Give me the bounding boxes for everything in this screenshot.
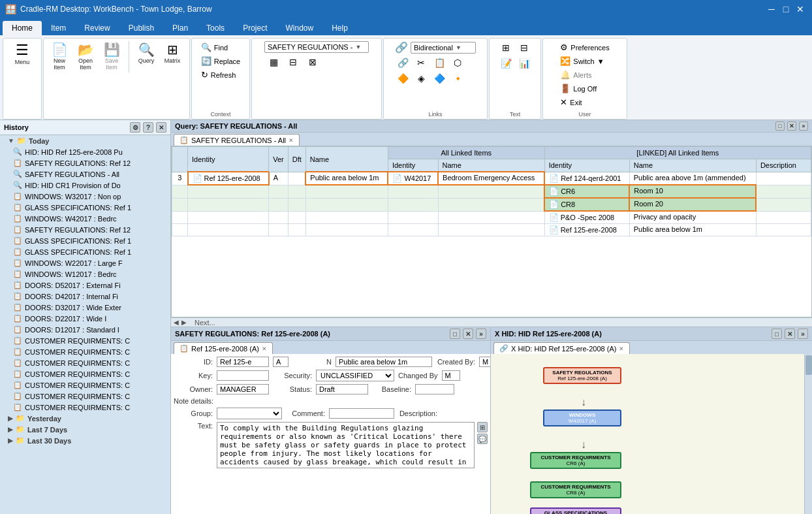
grid-view2-button[interactable]: ⊟ [284,56,302,69]
query-tab-safety[interactable]: 📋 SAFETY REGULATIONS - All ✕ [174,134,300,146]
link-button5[interactable]: 🔶 [395,72,411,85]
link-button4[interactable]: ⬡ [450,56,465,69]
created-by-input[interactable] [479,357,490,367]
sidebar-item-win2[interactable]: 📋 WINDOWS: W42017 : Bedrc [0,213,170,224]
id-field-input[interactable] [217,357,269,367]
safety-regulations-dropdown[interactable]: SAFETY REGULATIONS - ▼ [264,41,369,53]
sidebar-item-safety-all[interactable]: 🔍 SAFETY REGULATIONS - All [0,169,170,180]
table-row-linked4[interactable]: 📄 Ref 125-ere-2008 Public area below 1m [172,224,811,236]
preferences-button[interactable]: ⚙ Preferences [557,41,612,54]
switch-button[interactable]: 🔀 Switch ▼ [557,55,606,67]
xhid-close-button[interactable]: ✕ [785,329,795,339]
scroll-right-icon[interactable]: ▶ [181,319,187,326]
tab-tools[interactable]: Tools [197,21,234,35]
tab-project[interactable]: Project [234,21,276,35]
xhid-maximize-button[interactable]: □ [772,329,782,339]
link-button3[interactable]: 📋 [431,56,447,69]
tab-home[interactable]: Home [3,21,42,35]
tab-plan[interactable]: Plan [163,21,197,35]
sidebar-item-glass2[interactable]: 📋 GLASS SPECIFICATIONS: Ref 1 [0,235,170,246]
text-btn1[interactable]: ⊞ [498,41,514,54]
sidebar-item-door1[interactable]: 📋 DOORS: D52017 : External Fi [0,280,170,291]
sidebar-item-cr2[interactable]: 📋 CUSTOMER REQUIRMENTS: C [0,346,170,357]
detail-expand-button[interactable]: » [476,329,486,339]
ver-field-input[interactable] [273,357,289,367]
owner-input[interactable] [217,384,269,394]
logoff-button[interactable]: 🚪 Log Off [557,82,599,95]
new-item-button[interactable]: 📄 NewItem [48,41,71,72]
detail-maximize-button[interactable]: □ [450,329,460,339]
text-textarea[interactable]: To comply with the Building Regulations … [217,422,475,468]
xhid-expand-button[interactable]: » [798,329,808,339]
baseline-input[interactable] [415,384,454,394]
matrix-button[interactable]: ⊞ Matrix [161,41,184,66]
link-button8[interactable]: 🔸 [450,72,465,85]
xhid-tab-main[interactable]: 🔗 X HID: HID Ref 125-ere-2008 (A) ✕ [493,342,630,354]
sidebar-item-door3[interactable]: 📋 DOORS: D32017 : Wide Exter [0,302,170,313]
sidebar-item-door2[interactable]: 📋 DOORS: D42017 : Internal Fi [0,291,170,302]
next-button[interactable]: Next... [189,317,221,328]
query-expand-button[interactable]: » [799,121,808,131]
bidirectional-dropdown[interactable]: Bidirectional ▼ [411,42,476,54]
node-windows[interactable]: WINDOWS W42017 (A) [543,410,621,426]
open-item-button[interactable]: 📂 OpenItem [74,41,97,72]
xhid-scrollbar-thumb[interactable] [805,355,812,375]
text-btn4[interactable]: 📊 [516,57,532,70]
sidebar-item-cr3[interactable]: 📋 CUSTOMER REQUIRMENTS: C [0,357,170,368]
sidebar-close-button[interactable]: ✕ [156,122,166,133]
table-row-linked1[interactable]: 📄 CR6 Room 10 [172,185,811,198]
node-customer2[interactable]: CUSTOMER REQUIRMENTS CR8 (A) [530,481,621,498]
tab-window[interactable]: Window [276,21,322,35]
sidebar-item-cr5[interactable]: 📋 CUSTOMER REQUIRMENTS: C [0,379,170,391]
tab-help[interactable]: Help [322,21,357,35]
link-remove-button[interactable]: ✂ [413,56,429,69]
query-tab-close-icon[interactable]: ✕ [289,137,294,144]
find-button[interactable]: 🔍 Find [198,41,243,54]
changed-by-input[interactable] [442,370,460,381]
sidebar-help-button[interactable]: ? [143,122,153,133]
sidebar-section-today[interactable]: ▼ 📁 Today [0,135,170,146]
link-add-button[interactable]: 🔗 [395,56,411,69]
maximize-button[interactable]: □ [779,3,792,16]
status-input[interactable] [316,384,368,394]
detail-tab-close-icon[interactable]: ✕ [262,345,267,352]
sidebar-item-safety1[interactable]: 📋 SAFETY REGULATIONS: Ref 12 [0,157,170,169]
refresh-button[interactable]: ↻ Refresh [198,69,243,81]
link-button6[interactable]: ◈ [413,72,429,85]
query-maximize-button[interactable]: □ [775,121,785,131]
tab-publish[interactable]: Publish [119,21,163,35]
detail-tab-main[interactable]: 📋 Ref 125-ere-2008 (A) ✕ [174,342,273,354]
group-select[interactable] [217,408,282,419]
sidebar-item-glass3[interactable]: 📋 GLASS SPECIFICATIONS: Ref 1 [0,246,170,257]
sidebar-item-hid1[interactable]: 🔍 HID: HID Ref 125-ere-2008 Pu [0,146,170,157]
query-close-button[interactable]: ✕ [787,121,796,131]
key-field-input[interactable] [217,370,269,381]
text-btn3[interactable]: 📝 [498,57,514,70]
sidebar-item-win1[interactable]: 📋 WINDOWS: W32017 : Non op [0,191,170,202]
close-button[interactable]: ✕ [794,3,807,16]
sidebar-section-last30[interactable]: ▶ 📁 Last 30 Days [0,435,170,446]
name-field-input[interactable] [336,357,432,367]
alerts-button[interactable]: 🔔 Alerts [557,69,594,81]
exit-button[interactable]: ✕ Exit [557,96,584,108]
minimize-button[interactable]: ─ [765,3,778,16]
link-button7[interactable]: 🔷 [431,72,447,85]
today-expand-icon[interactable]: ▼ [8,137,14,144]
menu-button[interactable]: ☰ Menu [10,41,34,67]
sidebar-config-button[interactable]: ⚙ [130,122,140,133]
sidebar-item-door4[interactable]: 📋 DOORS: D22017 : Wide I [0,313,170,324]
grid-view-button[interactable]: ▦ [264,56,283,69]
table-row-linked2[interactable]: 📄 CR8 Room 20 [172,198,811,211]
sidebar-item-glass1[interactable]: 📋 GLASS SPECIFICATIONS: Ref 1 [0,202,170,213]
node-safety-regulations[interactable]: SAFETY REGULATIONS Ref 125-ere-2008 (A) [543,367,621,384]
query-button[interactable]: 🔍 Query [134,41,158,66]
xhid-scrollbar[interactable] [804,354,812,514]
sidebar-item-safety2[interactable]: 📋 SAFETY REGULATIONS: Ref 12 [0,224,170,235]
node-glass-spec[interactable]: GLASS SPECIFICATIONS P&O -Spec 2008 (A) [530,507,621,514]
replace-button[interactable]: 🔄 Replace [198,55,243,67]
sidebar-item-cr1[interactable]: 📋 CUSTOMER REQUIRMENTS: C [0,335,170,346]
table-row-linked3[interactable]: 📄 P&O -Spec 2008 Privacy and opacity [172,211,811,224]
scroll-left-icon[interactable]: ◀ [174,319,179,326]
text-discuss-button[interactable]: 💬 [477,434,488,444]
sidebar-item-win3[interactable]: 📋 WINDOWS: W22017 : Large F [0,257,170,268]
